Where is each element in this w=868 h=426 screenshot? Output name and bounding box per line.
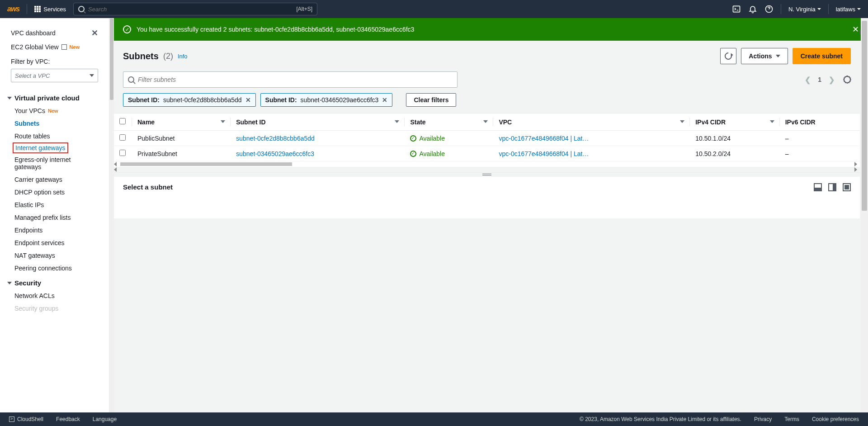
filter-input[interactable] (138, 76, 453, 83)
services-label: Services (43, 6, 66, 13)
table-row[interactable]: PrivateSubnet subnet-03465029ae6cc6fc3 ✓… (114, 146, 860, 161)
cloudshell-link[interactable]: CloudShell (9, 416, 43, 422)
sidebar-item-carrier-gateways[interactable]: Carrier gateways (0, 173, 109, 186)
sidebar-item-subnets[interactable]: Subnets (0, 117, 109, 130)
nav-label: Carrier gateways (14, 176, 62, 183)
sidebar-item-endpoints[interactable]: Endpoints (0, 224, 109, 237)
nav-label: Peering connections (14, 265, 72, 272)
sidebar-item-peering[interactable]: Peering connections (0, 262, 109, 275)
chevron-down-icon (90, 74, 94, 77)
divider (828, 4, 829, 14)
search-bar[interactable]: [Alt+S] (73, 3, 317, 15)
services-button[interactable]: Services (34, 6, 66, 13)
cell-ipv4: 10.50.2.0/24 (690, 146, 780, 161)
notifications-icon[interactable] (748, 5, 757, 14)
nav-label: Your VPCs (14, 107, 45, 114)
panel-resize-handle[interactable] (114, 172, 860, 177)
topnav-right: N. Virginia latifaws (732, 4, 861, 14)
sidebar-item-network-acls[interactable]: Network ACLs (0, 289, 109, 302)
sidebar-item-nat-gateways[interactable]: NAT gateways (0, 249, 109, 262)
layout-bottom-button[interactable] (814, 183, 822, 191)
layout-full-button[interactable] (843, 183, 851, 191)
filter-vpc-label: Filter by VPC: (0, 53, 109, 67)
nav-group-vpc[interactable]: Virtual private cloud (0, 90, 109, 104)
cell-ipv6: – (780, 146, 860, 161)
actions-button[interactable]: Actions (741, 48, 788, 64)
settings-gear-icon[interactable] (844, 76, 851, 83)
column-state[interactable]: State (405, 114, 493, 131)
sidebar-item-prefix-lists[interactable]: Managed prefix lists (0, 211, 109, 224)
remove-tag-button[interactable]: ✕ (382, 96, 387, 104)
user-menu[interactable]: latifaws (836, 6, 861, 13)
prev-page-button[interactable]: ❮ (805, 76, 811, 84)
filter-input-wrap[interactable] (123, 71, 458, 88)
cookies-link[interactable]: Cookie preferences (812, 416, 859, 422)
page-count: (2) (163, 52, 173, 61)
aws-logo[interactable]: aws (7, 5, 19, 13)
page-title: Subnets (123, 51, 159, 62)
select-all-checkbox[interactable] (119, 118, 126, 124)
detail-panel: Select a subnet (114, 177, 860, 218)
column-ipv4[interactable]: IPv4 CIDR (690, 114, 780, 131)
sidebar-item-dhcp[interactable]: DHCP option sets (0, 186, 109, 199)
column-ipv6[interactable]: IPv6 CIDR (780, 114, 860, 131)
privacy-link[interactable]: Privacy (754, 416, 772, 422)
nav-group-label: Virtual private cloud (14, 94, 80, 102)
table-row[interactable]: PublicSubnet subnet-0cfe2d8b8cbb6a5dd ✓A… (114, 131, 860, 146)
region-text: N. Virginia (788, 6, 816, 13)
subnets-table: Name Subnet ID State VPC IPv4 CIDR IPv6 … (114, 113, 860, 167)
sidebar-item-your-vpcs[interactable]: Your VPCs New (0, 104, 109, 117)
sidebar-scrollbar[interactable] (109, 18, 114, 412)
cell-subnet-id[interactable]: subnet-03465029ae6cc6fc3 (231, 146, 405, 161)
cell-subnet-id[interactable]: subnet-0cfe2d8b8cbb6a5dd (231, 131, 405, 146)
refresh-button[interactable] (720, 48, 736, 64)
sidebar-item-ec2-global[interactable]: EC2 Global View New (0, 41, 109, 53)
nav-group-security[interactable]: Security (0, 275, 109, 289)
row-checkbox[interactable] (119, 150, 126, 156)
content-vertical-scrollbar[interactable] (861, 18, 868, 412)
content-horizontal-scrollbar[interactable] (114, 167, 860, 172)
remove-tag-button[interactable]: ✕ (245, 96, 251, 104)
sidebar-item-route-tables[interactable]: Route tables (0, 130, 109, 142)
column-name[interactable]: Name (132, 114, 231, 131)
clear-filters-button[interactable]: Clear filters (406, 93, 456, 107)
search-input[interactable] (88, 6, 292, 13)
next-page-button[interactable]: ❯ (829, 76, 835, 84)
sidebar-item-endpoint-services[interactable]: Endpoint services (0, 237, 109, 249)
filter-tag: Subnet ID: subnet-03465029ae6cc6fc3 ✕ (260, 93, 393, 107)
check-circle-icon: ✓ (123, 25, 131, 33)
cell-state: ✓Available (405, 131, 493, 146)
create-subnet-button[interactable]: Create subnet (793, 48, 851, 64)
column-subnet-id[interactable]: Subnet ID (231, 114, 405, 131)
terms-link[interactable]: Terms (784, 416, 799, 422)
new-badge: New (70, 44, 80, 50)
dashboard-label: VPC dashboard (11, 29, 56, 37)
language-link[interactable]: Language (93, 416, 117, 422)
close-icon[interactable]: ✕ (91, 28, 98, 38)
content-area: ✓ You have successfully created 2 subnet… (114, 18, 868, 412)
sidebar-item-dashboard[interactable]: VPC dashboard ✕ (0, 25, 109, 41)
detail-panel-title: Select a subnet (123, 183, 173, 191)
cell-vpc[interactable]: vpc-0c1677e4849668f04 | Lat… (493, 146, 690, 161)
cell-vpc[interactable]: vpc-0c1677e4849668f04 | Lat… (493, 131, 690, 146)
help-icon[interactable] (764, 5, 774, 14)
sidebar-item-egress-only[interactable]: Egress-only internet gateways (0, 153, 109, 173)
row-checkbox[interactable] (119, 134, 126, 141)
info-link[interactable]: Info (178, 53, 188, 60)
check-circle-icon: ✓ (410, 151, 416, 157)
nav-group-label: Security (14, 279, 41, 287)
sidebar-item-internet-gateways[interactable]: Internet gateways (13, 142, 68, 153)
sidebar-item-security-groups[interactable]: Security groups (0, 302, 109, 315)
user-text: latifaws (836, 6, 855, 13)
region-selector[interactable]: N. Virginia (788, 6, 821, 13)
scroll-left-icon (114, 162, 117, 166)
caret-down-icon (817, 8, 821, 10)
cloudshell-icon[interactable] (732, 5, 741, 14)
sidebar-item-elastic-ips[interactable]: Elastic IPs (0, 199, 109, 211)
layout-side-button[interactable] (828, 183, 836, 191)
column-vpc[interactable]: VPC (493, 114, 690, 131)
vpc-select[interactable]: Select a VPC (11, 69, 98, 82)
sort-icon (395, 120, 399, 123)
feedback-link[interactable]: Feedback (56, 416, 80, 422)
table-horizontal-scrollbar[interactable] (114, 161, 860, 167)
